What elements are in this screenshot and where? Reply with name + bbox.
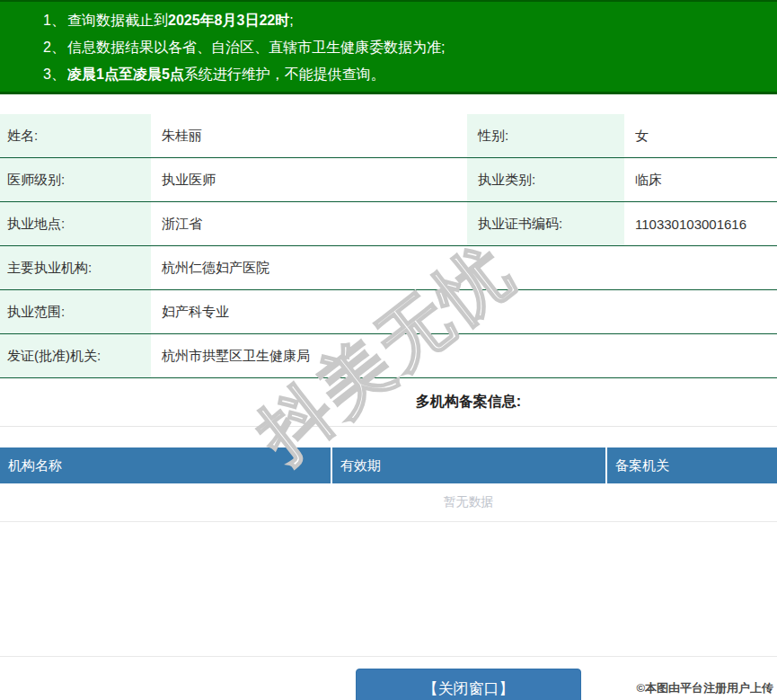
practice-location-value: 浙江省 [151, 202, 467, 245]
column-header-record-authority: 备案机关 [607, 447, 777, 483]
close-window-button[interactable]: 【关闭窗口】 [356, 669, 581, 700]
notice-number: 3、 [43, 61, 67, 88]
record-table-header: 机构名称 有效期 备案机关 [0, 447, 777, 483]
gender-label: 性别: [467, 114, 624, 157]
certificate-number-label: 执业证书编码: [467, 202, 624, 245]
doctor-info-table: 姓名: 朱桂丽 性别: 女 医师级别: 执业医师 执业类别: 临床 执业地点: … [0, 114, 777, 378]
table-row: 主要执业机构: 杭州仁德妇产医院 [0, 246, 777, 290]
empty-state-text: 暂无数据 [0, 483, 777, 522]
notice-banner: 1、查询数据截止到2025年8月3日22时; 2、信息数据结果以各省、自治区、直… [0, 0, 777, 94]
practice-scope-value: 妇产科专业 [151, 290, 777, 333]
certificate-number-value: 110330103001616 [624, 202, 777, 245]
issuing-authority-label: 发证(批准)机关: [0, 334, 151, 377]
notice-text-bold: 2025年8月3日22时 [168, 13, 289, 28]
practice-scope-label: 执业范围: [0, 290, 151, 333]
notice-line-2: 2、信息数据结果以各省、自治区、直辖市卫生健康委数据为准; [0, 34, 777, 61]
doctor-level-value: 执业医师 [151, 158, 467, 201]
table-row: 姓名: 朱桂丽 性别: 女 [0, 114, 777, 158]
practice-category-value: 临床 [624, 158, 777, 201]
main-organization-value: 杭州仁德妇产医院 [151, 246, 777, 289]
page: 1、查询数据截止到2025年8月3日22时; 2、信息数据结果以各省、自治区、直… [0, 0, 777, 700]
notice-text: 系统进行维护，不能提供查询。 [184, 66, 385, 82]
table-row: 执业范围: 妇产科专业 [0, 290, 777, 334]
notice-number: 2、 [43, 34, 67, 61]
notice-text: 查询数据截止到 [67, 13, 168, 28]
gender-value: 女 [624, 114, 777, 157]
name-label: 姓名: [0, 114, 151, 157]
notice-number: 1、 [43, 7, 67, 34]
table-row: 医师级别: 执业医师 执业类别: 临床 [0, 158, 777, 202]
section-title: 多机构备案信息: [0, 378, 777, 427]
notice-text: 信息数据结果以各省、自治区、直辖市卫生健康委数据为准; [67, 40, 445, 55]
notice-text-bold: 凌晨1点至凌晨5点 [67, 66, 184, 82]
notice-text: ; [289, 13, 293, 28]
notice-line-1: 1、查询数据截止到2025年8月3日22时; [0, 7, 777, 34]
name-value: 朱桂丽 [151, 114, 467, 157]
doctor-level-label: 医师级别: [0, 158, 151, 201]
issuing-authority-value: 杭州市拱墅区卫生健康局 [151, 334, 777, 377]
column-header-organization: 机构名称 [0, 447, 331, 483]
table-row: 执业地点: 浙江省 执业证书编码: 110330103001616 [0, 202, 777, 246]
column-header-validity: 有效期 [332, 447, 605, 483]
practice-category-label: 执业类别: [467, 158, 624, 201]
main-organization-label: 主要执业机构: [0, 246, 151, 289]
table-row: 发证(批准)机关: 杭州市拱墅区卫生健康局 [0, 334, 777, 378]
attribution-text: ©本图由平台注册用户上传 [636, 680, 773, 696]
divider [0, 656, 777, 657]
practice-location-label: 执业地点: [0, 202, 151, 245]
notice-line-3: 3、凌晨1点至凌晨5点系统进行维护，不能提供查询。 [0, 61, 777, 88]
